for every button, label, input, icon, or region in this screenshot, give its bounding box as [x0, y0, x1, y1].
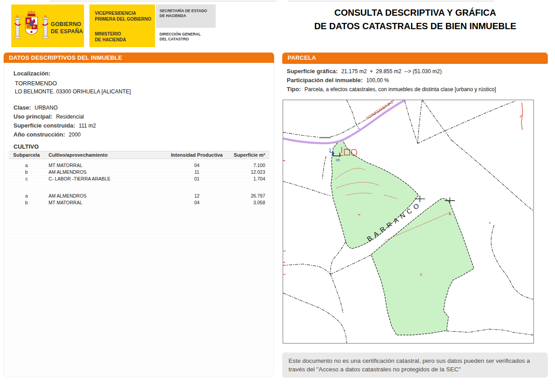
table-row: c C- LABOR -TIERRA ARABLE 01 1.704 — [9, 175, 270, 182]
power-line-red — [520, 103, 523, 130]
scan-artifact-line — [288, 0, 494, 2]
field-clase: Clase:URBANO — [13, 103, 58, 111]
page-title: CONSULTA DESCRIPTIVA Y GRÁFICA DE DATOS … — [282, 6, 548, 33]
logo-block-ministerio: VICEPRESIDENCIA PRIMERA DEL GOBIERNO MIN… — [89, 4, 155, 47]
cultivo-table: Subparcela Cultivo/aprovechamiento Inten… — [9, 151, 270, 206]
localizacion-line1: TORREMENDO — [15, 80, 57, 87]
cultivo-table-header: Subparcela Cultivo/aprovechamiento Inten… — [9, 151, 270, 159]
spain-coat-of-arms-icon — [14, 8, 49, 44]
vicepresidencia-label: VICEPRESIDENCIA PRIMERA DEL GOBIERNO — [95, 10, 155, 22]
cadastral-map: TORREMENDO BARRANCO 05 b c — [283, 100, 534, 344]
participacion-line: Participación del inmueble:100,00 % — [287, 76, 389, 84]
consulta-catastral-document: { "page": { "title_line1": "CONSULTA DES… — [0, 0, 555, 392]
table-row-empty — [9, 182, 270, 192]
field-superficie-construida: Superficie construida:111 m2 — [13, 121, 96, 129]
scan-artifact-line — [49, 0, 276, 2]
localizacion-label: Localización: — [13, 70, 50, 77]
tipo-line: Tipo:Parcela, a efectos catastrales, con… — [287, 85, 496, 93]
right-panel-header: PARCELA — [282, 53, 548, 63]
table-row: b AM ALMENDROS 11 12.023 — [9, 168, 270, 175]
secretaria-label: SECRETARÍA DE ESTADO DE HACIENDA — [156, 4, 216, 28]
subparcel-label-b: b — [449, 211, 451, 216]
left-panel-header: DATOS DESCRIPTIVOS DEL INMUEBLE — [4, 53, 274, 63]
table-row: a MT MATORRAL 04 7.100 — [9, 162, 270, 168]
table-row: a AM ALMENDROS 12 26.797 — [9, 192, 270, 199]
field-uso-principal: Uso principal:Residencial — [13, 112, 84, 120]
logo-block-catastro: SECRETARÍA DE ESTADO DE HACIENDA DIRECCI… — [156, 4, 216, 47]
localizacion-line2: LO BELMONTE. 03300 ORIHUELA [ALICANTE] — [15, 88, 131, 95]
building-number-label: 05 — [336, 158, 340, 162]
footer-note: Este documento no es una certificación c… — [282, 352, 548, 378]
gobierno-espana-label: GOBIERNO DE ESPAÑA — [51, 21, 83, 35]
ministerio-label: MINISTERIO DE HACIENDA — [95, 31, 155, 43]
cadastral-map-svg: TORREMENDO BARRANCO 05 b c — [283, 100, 533, 343]
subparcel-label-c: c — [420, 272, 422, 277]
superficie-grafica-line: Superficie gráfica:21.175 m2 + 29.855 m2… — [287, 67, 442, 75]
logo-block-gobierno: GOBIERNO DE ESPAÑA — [11, 4, 84, 47]
table-row: b MT MATORRAL 04 3.058 — [9, 199, 270, 206]
direccion-catastro-label: DIRECCIÓN GENERAL DEL CATASTRO — [156, 28, 216, 46]
cultivo-title: CULTIVO — [13, 143, 39, 150]
field-ano-construccion: Año construcción:2000 — [13, 130, 81, 138]
